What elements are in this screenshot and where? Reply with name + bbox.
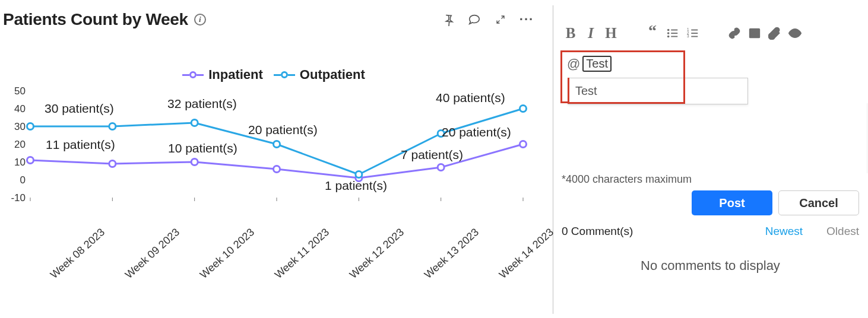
label-inpatient-w10: 10 patient(s) bbox=[168, 141, 237, 155]
svg-text:50: 50 bbox=[14, 85, 26, 97]
svg-rect-37 bbox=[691, 33, 698, 34]
svg-text:0: 0 bbox=[20, 174, 26, 186]
heading-icon[interactable]: H bbox=[601, 23, 621, 43]
label-outpatient-w08: 30 patient(s) bbox=[45, 101, 114, 116]
svg-rect-29 bbox=[671, 30, 677, 31]
label-outpatient-w14: 40 patient(s) bbox=[436, 91, 505, 105]
preview-icon[interactable] bbox=[785, 23, 805, 43]
svg-point-30 bbox=[667, 32, 670, 34]
svg-text:40: 40 bbox=[14, 103, 26, 115]
chart-title: Patients Count by Week bbox=[3, 10, 188, 29]
label-inpatient-w14: 20 patient(s) bbox=[442, 125, 511, 139]
char-limit-note: *4000 characters maximum bbox=[562, 173, 867, 186]
svg-rect-39 bbox=[691, 36, 698, 37]
mention-suggestion[interactable]: Test bbox=[568, 78, 748, 104]
comments-panel: B I H “ 123 bbox=[553, 1, 867, 317]
label-inpatient-w13: 7 patient(s) bbox=[401, 148, 463, 162]
svg-point-23 bbox=[191, 120, 198, 126]
svg-point-17 bbox=[274, 166, 280, 173]
svg-point-24 bbox=[274, 141, 280, 148]
quote-icon[interactable]: “ bbox=[642, 23, 663, 43]
svg-point-22 bbox=[109, 123, 116, 130]
image-icon[interactable] bbox=[745, 23, 765, 43]
pin-icon[interactable] bbox=[440, 11, 457, 28]
comment-editor[interactable]: @ Test Test bbox=[560, 50, 859, 103]
svg-point-15 bbox=[109, 161, 116, 167]
italic-icon[interactable]: I bbox=[581, 23, 601, 43]
svg-point-19 bbox=[438, 164, 444, 171]
svg-text:30: 30 bbox=[14, 121, 26, 132]
svg-point-20 bbox=[520, 141, 527, 148]
mention-suggestion-label: Test bbox=[575, 84, 597, 97]
more-icon[interactable]: ··· bbox=[518, 11, 535, 28]
svg-text:3: 3 bbox=[687, 34, 689, 38]
svg-rect-35 bbox=[691, 30, 698, 31]
ulist-icon[interactable] bbox=[663, 23, 683, 43]
svg-text:20: 20 bbox=[14, 139, 26, 150]
bold-icon[interactable]: B bbox=[560, 23, 581, 43]
label-inpatient-w08: 11 patient(s) bbox=[46, 138, 115, 152]
mention-input[interactable]: Test bbox=[582, 56, 612, 72]
chart-plot-area: -1001020304050 30 patient(s) 32 patient(… bbox=[1, 73, 547, 298]
sort-newest[interactable]: Newest bbox=[765, 225, 803, 238]
olist-icon[interactable]: 123 bbox=[683, 23, 703, 43]
svg-point-42 bbox=[793, 31, 797, 35]
chart-panel: Patients Count by Week i ··· Inpatient O… bbox=[1, 1, 553, 317]
cancel-button[interactable]: Cancel bbox=[778, 190, 859, 215]
svg-point-25 bbox=[356, 171, 362, 178]
svg-point-41 bbox=[752, 31, 754, 33]
attachment-icon[interactable] bbox=[765, 23, 785, 43]
editor-toolbar: B I H “ 123 bbox=[553, 21, 867, 49]
link-icon[interactable] bbox=[724, 23, 745, 43]
label-outpatient-w10: 32 patient(s) bbox=[167, 97, 237, 111]
svg-point-16 bbox=[191, 159, 198, 166]
svg-rect-33 bbox=[671, 36, 677, 37]
post-button[interactable]: Post bbox=[692, 190, 772, 215]
svg-text:-10: -10 bbox=[11, 192, 26, 203]
info-icon[interactable]: i bbox=[194, 14, 206, 26]
comment-count: 0 Comment(s) bbox=[562, 225, 633, 238]
expand-icon[interactable] bbox=[492, 11, 509, 28]
label-inpatient-w12: 1 patient(s) bbox=[325, 179, 387, 193]
svg-point-28 bbox=[667, 29, 670, 31]
comment-icon[interactable] bbox=[466, 11, 483, 28]
svg-point-21 bbox=[27, 123, 34, 130]
label-outpatient-w11: 20 patient(s) bbox=[248, 123, 318, 137]
sort-oldest[interactable]: Oldest bbox=[826, 225, 859, 238]
svg-text:10: 10 bbox=[14, 157, 26, 168]
svg-point-32 bbox=[667, 36, 670, 38]
svg-point-27 bbox=[520, 106, 527, 112]
svg-rect-31 bbox=[671, 33, 677, 34]
empty-comments-label: No comments to display bbox=[553, 258, 867, 274]
svg-point-14 bbox=[27, 157, 34, 164]
at-symbol: @ bbox=[567, 56, 580, 72]
